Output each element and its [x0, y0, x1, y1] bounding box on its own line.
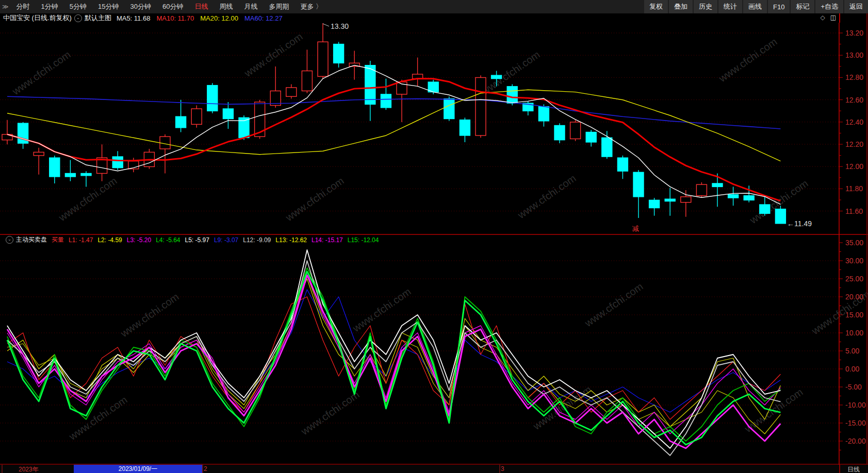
indicator-legend: ⌄ 主动买卖盘 买量 L1: -1.47L2: -4.59L3: -5.20L4…: [3, 235, 383, 244]
period-tab-5[interactable]: 60分钟: [162, 2, 183, 11]
action-button-6[interactable]: 标记: [791, 0, 814, 13]
svg-text:www.cfchi.com: www.cfchi.com: [716, 36, 779, 84]
period-tab-3[interactable]: 15分钟: [98, 2, 119, 11]
svg-text:11.60: 11.60: [845, 207, 863, 215]
last-price-annotation: ←11.49: [787, 219, 812, 228]
indicator-value-4: L5: -5.97: [185, 236, 209, 244]
ma-value-1: MA10: 11.70: [156, 14, 194, 22]
svg-text:10.00: 10.00: [845, 329, 863, 337]
indicator-value-8: L14: -15.17: [312, 236, 343, 244]
period-tab-8[interactable]: 月线: [244, 2, 257, 11]
action-button-7[interactable]: +自选: [815, 0, 843, 13]
action-button-0[interactable]: 复权: [644, 0, 668, 13]
svg-text:20.00: 20.00: [845, 293, 863, 301]
action-button-3[interactable]: 统计: [718, 0, 742, 13]
ma-legend: MA5: 11.68MA10: 11.70MA20: 12.00MA60: 12…: [117, 14, 289, 22]
year-label: 2023年: [19, 465, 39, 473]
indicator-value-5: L9: -3.07: [214, 236, 238, 244]
indicator-value-9: L15: -12.04: [348, 236, 379, 244]
svg-text:11.80: 11.80: [845, 184, 863, 193]
month-tick: [499, 465, 500, 473]
annotations: 13.30←11.49减: [323, 23, 812, 232]
action-button-2[interactable]: 历史: [694, 0, 717, 13]
chart-header: 中国宝安 (日线.前复权) ⌄ 默认主图 MA5: 11.68MA10: 11.…: [0, 13, 868, 23]
period-tab-10[interactable]: 更多 〉: [300, 2, 322, 11]
ma-value-3: MA60: 12.27: [244, 14, 283, 22]
edge-line-top-segment: [866, 13, 867, 23]
period-tab-6[interactable]: 日线: [194, 2, 208, 11]
selected-date[interactable]: 2023/01/09/一: [74, 465, 202, 473]
indicator-value-7: L13: -12.62: [275, 236, 307, 244]
axis-line-top-segment: [839, 13, 840, 23]
volume-label: 买量: [52, 235, 64, 244]
layout-split-icon[interactable]: ◫: [830, 14, 836, 21]
svg-text:30.00: 30.00: [845, 257, 863, 265]
svg-text:13.20: 13.20: [845, 29, 863, 37]
action-button-1[interactable]: 叠加: [669, 0, 693, 13]
collapse-panel-icon[interactable]: ≫: [2, 3, 8, 10]
month-label-3: 3: [501, 465, 504, 472]
moving-averages: [7, 65, 780, 205]
svg-text:www.cfchi.com: www.cfchi.com: [350, 285, 413, 334]
period-label: 日线: [840, 465, 867, 473]
period-tab-7[interactable]: 周线: [219, 2, 233, 11]
indicator-value-3: L4: -5.64: [156, 236, 180, 244]
chevron-down-icon[interactable]: ⌄: [6, 236, 13, 244]
axis-tick: [2, 465, 3, 473]
reduce-event-marker: 减: [632, 225, 639, 232]
svg-text:www.cfchi.com: www.cfchi.com: [242, 30, 305, 79]
indicator-values: L1: -1.47L2: -4.59L3: -5.20L4: -5.64L5: …: [69, 236, 383, 244]
svg-text:12.00: 12.00: [845, 162, 863, 171]
action-button-8[interactable]: 返回: [844, 0, 868, 13]
svg-text:25.00: 25.00: [845, 275, 863, 283]
ma5-line: [7, 65, 780, 205]
month-label-2: 2: [204, 465, 207, 472]
svg-text:www.cfchi.com: www.cfchi.com: [283, 175, 346, 223]
svg-text:www.cfchi.com: www.cfchi.com: [531, 383, 594, 432]
svg-text:-5.00: -5.00: [845, 383, 862, 391]
svg-text:www.cfchi.com: www.cfchi.com: [56, 175, 119, 223]
indicator-value-2: L3: -5.20: [127, 236, 151, 244]
toolbar-actions: 复权叠加历史统计画线F10标记+自选返回: [643, 0, 868, 13]
svg-text:12.80: 12.80: [845, 73, 863, 81]
indicator-value-1: L2: -4.59: [97, 236, 122, 244]
svg-text:www.cfchi.com: www.cfchi.com: [118, 291, 181, 339]
symbol-title: 中国宝安 (日线.前复权): [3, 13, 72, 23]
period-tab-0[interactable]: 分时: [17, 2, 30, 11]
buy-sell-lines: [7, 250, 780, 455]
svg-text:-20.00: -20.00: [845, 437, 866, 445]
period-tab-1[interactable]: 1分钟: [41, 2, 58, 11]
ma-value-2: MA20: 12.00: [200, 14, 238, 22]
chevron-down-icon[interactable]: ⌄: [74, 14, 82, 22]
svg-text:5.00: 5.00: [845, 347, 859, 355]
svg-text:13.00: 13.00: [845, 51, 863, 59]
svg-text:-15.00: -15.00: [845, 419, 866, 427]
high-price-annotation: 13.30: [331, 23, 349, 30]
main-chart-label[interactable]: 默认主图: [85, 13, 111, 23]
action-button-5[interactable]: F10: [768, 0, 790, 13]
svg-text:www.cfchi.com: www.cfchi.com: [10, 48, 73, 97]
period-tab-4[interactable]: 30分钟: [130, 2, 151, 11]
svg-text:12.40: 12.40: [845, 118, 863, 126]
indicator-value-6: L12: -9.09: [243, 236, 271, 244]
month-tick: [202, 465, 203, 473]
action-button-4[interactable]: 画线: [743, 0, 767, 13]
period-tab-9[interactable]: 多周期: [269, 2, 289, 11]
svg-text:12.20: 12.20: [845, 140, 863, 148]
candlesticks: [2, 23, 785, 224]
diamond-icon[interactable]: ◇: [820, 14, 825, 21]
indicator-value-0: L1: -1.47: [69, 236, 93, 244]
toolbar: ≫ 分时1分钟5分钟15分钟30分钟60分钟日线周线月线多周期更多 〉 复权叠加…: [0, 0, 868, 13]
indicator-title[interactable]: 主动买卖盘: [16, 235, 47, 244]
svg-text:12.60: 12.60: [845, 96, 863, 104]
svg-text:www.cfchi.com: www.cfchi.com: [299, 388, 362, 437]
ma-value-0: MA5: 11.68: [117, 14, 151, 22]
svg-text:www.cfchi.com: www.cfchi.com: [582, 280, 645, 329]
svg-text:www.cfchi.com: www.cfchi.com: [67, 394, 129, 442]
period-tab-2[interactable]: 5分钟: [70, 2, 87, 11]
period-tabs: 分时1分钟5分钟15分钟30分钟60分钟日线周线月线多周期更多 〉: [11, 2, 329, 11]
date-axis-bar: 2023年 2023/01/09/一 23 日线: [0, 465, 868, 473]
svg-text:0.00: 0.00: [845, 365, 859, 373]
line-L5: [7, 250, 780, 448]
svg-text:35.00: 35.00: [845, 239, 863, 247]
